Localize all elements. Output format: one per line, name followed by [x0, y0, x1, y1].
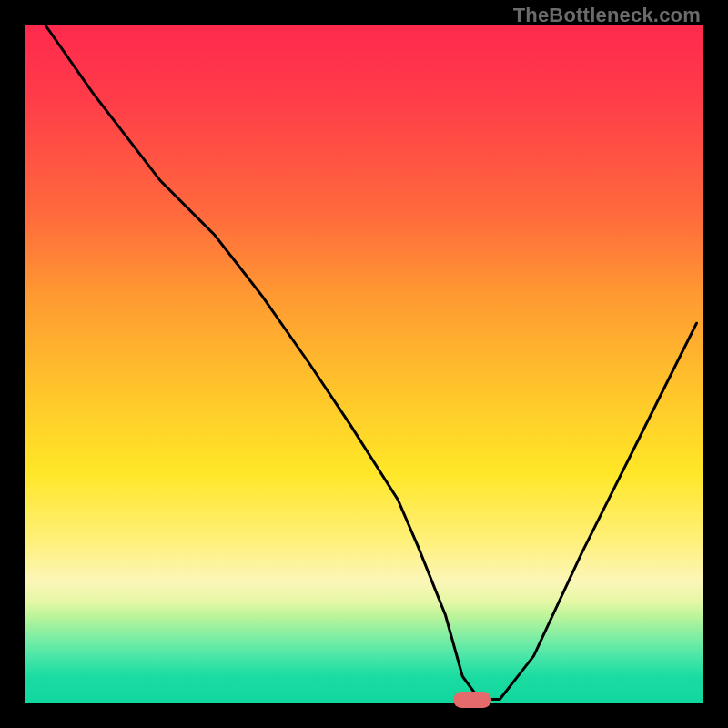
- curve-path: [45, 25, 696, 700]
- watermark-text: TheBottleneck.com: [513, 4, 701, 27]
- optimal-range-marker: [453, 692, 491, 708]
- bottleneck-curve: [25, 25, 703, 703]
- chart-frame: TheBottleneck.com: [0, 0, 728, 728]
